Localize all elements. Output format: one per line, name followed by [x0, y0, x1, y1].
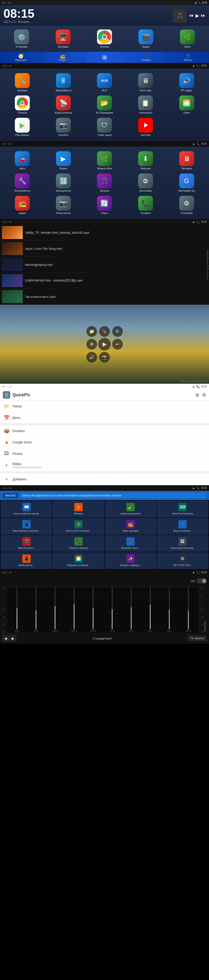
card-main-interface[interactable]: 📱 Main interface functional...	[1, 518, 52, 535]
recents-icon[interactable]: ▭	[9, 220, 11, 223]
app-video2[interactable]: ▶ Видео	[43, 150, 84, 172]
app-livewp[interactable]: 🌿 Живые обои	[84, 150, 125, 172]
repeat-btn[interactable]: ↻	[112, 326, 123, 337]
app-instructions[interactable]: 📋 Instructions	[125, 94, 166, 116]
video-item-1[interactable]: 1080p_TP_Wonder.Girls_Nobody_kbs2HD.mp4	[0, 224, 209, 241]
back-icon[interactable]: ◁	[2, 142, 5, 145]
grid-view-icon[interactable]: ⊞	[195, 392, 199, 398]
app-radio[interactable]: 📻 радио	[2, 194, 43, 216]
more-options-icon[interactable]: ⚙	[202, 392, 206, 398]
qp-dates-item[interactable]: 📅 Даты	[0, 412, 209, 423]
eq-band-10[interactable]: 16кГц	[179, 587, 198, 633]
card-video[interactable]: 🎬 Video Function...	[1, 535, 52, 552]
card-bootlogo[interactable]: 🔆 Boot LOGO functional...	[53, 518, 104, 535]
home-icon[interactable]: ○	[6, 385, 8, 388]
card-mobile[interactable]: 📱 Mobile phone...	[1, 552, 52, 569]
app-func[interactable]: 🔧 Функции	[2, 71, 43, 94]
card-radio[interactable]: 📻 Radio operation	[105, 518, 156, 535]
nav-phone[interactable]: 📞 Телефон	[125, 52, 167, 63]
prev-btn[interactable]: ⏮	[189, 13, 194, 18]
app-downloads[interactable]: ⬇ Загрузки	[125, 150, 166, 172]
qp-gdrive-item[interactable]: 🔺 Google Drive	[0, 437, 209, 448]
app-registrator[interactable]: 📷 Регистратор	[43, 194, 84, 216]
recents-icon[interactable]: ▭	[9, 385, 11, 388]
app-trafficguard[interactable]: 🛡 Traffic guard	[84, 116, 125, 138]
home-icon[interactable]: ○	[6, 64, 8, 67]
bookmark-btn[interactable]: 🔖	[99, 326, 110, 337]
app-auto[interactable]: 🚗 Авто	[2, 150, 43, 172]
card-panel-key[interactable]: ⌨ Panel Key Functions	[157, 501, 208, 517]
card-figure[interactable]: 🖼 Figure quick browsing...	[157, 535, 208, 552]
back-icon[interactable]: ◁	[2, 64, 5, 67]
video-item-5[interactable]: Так хочется жить.mp4	[0, 289, 209, 305]
play-center-btn[interactable]: ▶	[98, 338, 111, 350]
app-video[interactable]: 🎬 Видео	[125, 28, 166, 50]
app-youtube[interactable]: YouTube	[125, 116, 166, 138]
eq-toggle-control[interactable]: Off	[191, 578, 207, 584]
eq-band-7[interactable]: 2кГц	[122, 587, 141, 633]
back-btn[interactable]: ↩	[112, 339, 123, 350]
nav-apps[interactable]: ⊞	[84, 52, 125, 63]
app-zastovka[interactable]: 🖥️ Заставка	[42, 28, 84, 50]
qp-add-item[interactable]: + Добавить	[0, 473, 209, 485]
home-icon[interactable]: ○	[5, 1, 7, 4]
settings-btn[interactable]: ⚙	[86, 339, 97, 350]
eq-prev-btn[interactable]: ◀	[2, 635, 9, 641]
app-wallpaper[interactable]: 🌿 Обои	[167, 28, 208, 50]
eq-next-btn[interactable]: ▶	[10, 635, 16, 641]
home-icon[interactable]: ○	[6, 487, 8, 490]
card-bluetooth[interactable]: 🎧 Bluetooth music...	[105, 535, 156, 552]
app-nastroyki[interactable]: ⚙ Настройки	[125, 172, 166, 194]
app-ustanovki2[interactable]: ⚙ Установки	[166, 194, 207, 216]
eq-band-5[interactable]: 500Гц	[84, 587, 103, 633]
back-icon[interactable]: ◁	[2, 385, 5, 388]
music-controls[interactable]: ⏮ ▶ ⏭	[189, 13, 206, 18]
home-icon[interactable]: ○	[6, 571, 8, 574]
app-bt[interactable]: 🔊 BT Аудио	[166, 71, 207, 94]
home-icon[interactable]: ○	[6, 142, 8, 145]
app-bootlogo[interactable]: 🖥 Boot Logo	[125, 71, 166, 94]
play-btn[interactable]: ▶	[196, 13, 199, 18]
app-chrome[interactable]: Chrome	[84, 28, 125, 50]
nav-music[interactable]: 🎵 Музыка	[167, 52, 209, 63]
card-set-function[interactable]: ⚙ SET FUNCTION...	[157, 552, 208, 569]
eq-band-8[interactable]: 4кГц	[141, 587, 160, 633]
card-wallpaper[interactable]: 🌅 Wallpaper functional...	[53, 552, 104, 569]
app-tools[interactable]: 🔧 Инструменты	[2, 172, 43, 194]
card-cleaning[interactable]: 🧹 cleaning equipment	[105, 501, 156, 517]
app-nastroykigo[interactable]: G Настройки Go	[166, 172, 207, 194]
app-quickpic[interactable]: 📷 QuickPic	[43, 116, 84, 138]
eq-band-9[interactable]: 8кГц	[160, 587, 179, 633]
app-sbros[interactable]: 🔄 Сброс	[84, 194, 125, 216]
eq-band-4[interactable]: 250Гц	[65, 587, 84, 633]
card-how-to-read[interactable]: 📖 How to read this manual	[1, 501, 52, 517]
back-icon[interactable]: ◁	[2, 1, 4, 4]
app-calc[interactable]: 🔢 Калькулятор	[43, 172, 84, 194]
home-icon[interactable]: ○	[6, 220, 8, 223]
recents-icon[interactable]: ▭	[9, 571, 11, 574]
video-item-4[interactable]: [1080P.MP4]A Pink - NoNoNo(官方版).mp4	[0, 273, 209, 289]
qp-500px-item[interactable]: 5 500px Сообщения фотографов	[0, 459, 209, 471]
next-btn[interactable]: ⏭	[201, 13, 206, 18]
nav-radio[interactable]: 📻 Радио	[42, 52, 84, 63]
eq-band-3[interactable]: 125Гц	[46, 587, 65, 633]
eq-band-2[interactable]: 64Гц	[27, 587, 46, 633]
eq-band-1[interactable]: 32Гц	[8, 587, 27, 633]
back-icon[interactable]: ◁	[2, 220, 5, 223]
card-warning[interactable]: ⚠ Warning	[53, 501, 104, 517]
video-item-3[interactable]: bianxingjingang.mp4	[0, 257, 209, 273]
recents-icon[interactable]: ▭	[8, 1, 11, 4]
app-playmarket[interactable]: ▶ Play Маркет	[2, 116, 43, 138]
qp-picasa-item[interactable]: 🖼 Picasa	[0, 448, 209, 459]
app-telefon[interactable]: 📞 Телефон	[125, 194, 166, 216]
alphabet-bar[interactable]: ABCDE FGHIJ KL	[207, 224, 209, 305]
app-esfile[interactable]: 📂 ES Проводник	[84, 94, 125, 116]
recents-icon[interactable]: ▭	[9, 487, 11, 490]
app-chrome2[interactable]: Chrome	[2, 94, 43, 116]
eq-band-6[interactable]: 1кГц	[103, 587, 122, 633]
qp-folders-item[interactable]: 📁 Папки	[0, 401, 209, 412]
directory-badge[interactable]: directory	[3, 493, 18, 498]
back-icon[interactable]: ◁	[2, 571, 5, 574]
back-icon[interactable]: ◁	[2, 487, 5, 490]
app-screensaver[interactable]: 🖥 Заставка	[166, 150, 207, 172]
